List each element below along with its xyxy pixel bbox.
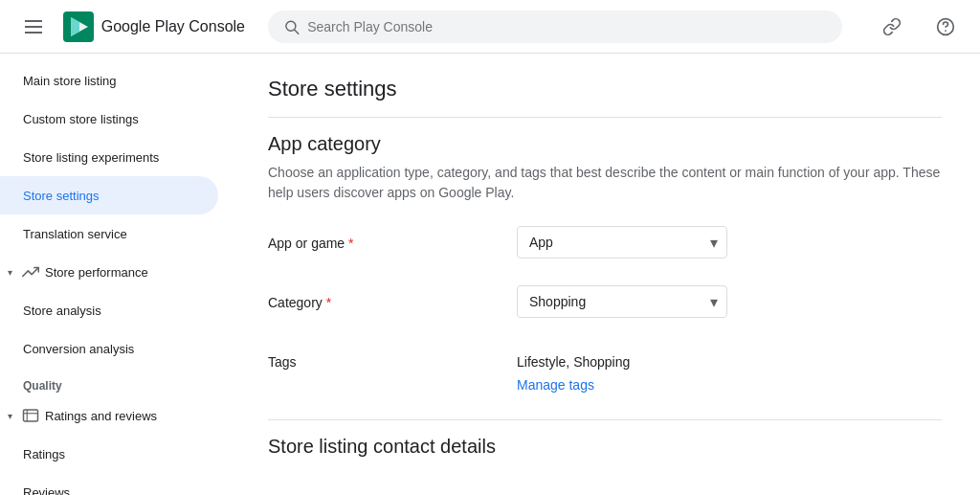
sidebar-item-reviews[interactable]: Reviews: [0, 473, 218, 495]
sidebar-item-store-settings[interactable]: Store settings: [0, 176, 218, 214]
link-icon: [882, 17, 902, 36]
hamburger-button[interactable]: [15, 8, 52, 46]
sidebar-item-ratings[interactable]: Ratings: [0, 435, 218, 473]
link-button[interactable]: [873, 8, 911, 46]
header: Google Play Console: [0, 0, 980, 54]
tags-value: Lifestyle, Shopping: [517, 345, 630, 370]
search-input[interactable]: [307, 19, 827, 34]
star-icon: [22, 407, 39, 424]
manage-tags-link[interactable]: Manage tags: [517, 377, 630, 393]
contact-details-title: Store listing contact details: [268, 436, 942, 458]
app-or-game-select-wrapper[interactable]: App Game ▾: [517, 226, 727, 259]
category-control: Shopping Lifestyle Finance Tools ▾: [517, 285, 727, 318]
help-icon: [936, 17, 955, 36]
store-performance-label: Store performance: [45, 265, 148, 280]
content-area: Store settings App category Choose an ap…: [230, 54, 980, 495]
app-title: Google Play Console: [101, 18, 245, 35]
tags-row: Tags Lifestyle, Shopping Manage tags: [268, 345, 942, 393]
category-select[interactable]: Shopping Lifestyle Finance Tools: [517, 285, 727, 318]
ratings-reviews-label: Ratings and reviews: [45, 409, 157, 423]
logo-container: Google Play Console: [63, 11, 245, 42]
category-select-wrapper[interactable]: Shopping Lifestyle Finance Tools ▾: [517, 285, 727, 318]
search-icon: [283, 18, 300, 35]
required-star-2: *: [326, 295, 331, 310]
sidebar-item-store-analysis[interactable]: Store analysis: [0, 291, 218, 329]
app-or-game-row: App or game * App Game ▾: [268, 226, 942, 259]
header-left: Google Play Console: [15, 8, 245, 46]
divider-1: [268, 117, 942, 118]
hamburger-icon: [21, 16, 46, 37]
sidebar-item-custom-store-listings[interactable]: Custom store listings: [0, 100, 218, 138]
category-label: Category *: [268, 285, 479, 310]
sidebar-item-main-store-listing[interactable]: Main store listing: [0, 61, 218, 100]
app-or-game-label: App or game *: [268, 226, 479, 251]
play-console-logo: [63, 11, 94, 42]
quality-section-label: Quality: [0, 368, 230, 396]
sidebar: Main store listing Custom store listings…: [0, 54, 230, 495]
chevron-down-icon-2: ▾: [8, 411, 12, 421]
divider-2: [268, 419, 942, 420]
app-or-game-select[interactable]: App Game: [517, 226, 727, 259]
main-layout: Main store listing Custom store listings…: [0, 54, 980, 495]
help-button[interactable]: [926, 8, 965, 46]
sidebar-item-store-performance[interactable]: ▾ Store performance: [0, 253, 218, 291]
tags-label: Tags: [268, 345, 479, 370]
search-bar[interactable]: [268, 11, 842, 43]
svg-line-4: [295, 30, 299, 34]
sidebar-item-store-listing-experiments[interactable]: Store listing experiments: [0, 138, 218, 176]
sidebar-item-ratings-and-reviews[interactable]: ▾ Ratings and reviews: [0, 396, 218, 435]
tags-control: Lifestyle, Shopping Manage tags: [517, 345, 630, 393]
app-category-title: App category: [268, 133, 942, 155]
chevron-down-icon: ▾: [8, 267, 12, 278]
required-star: *: [348, 236, 353, 251]
sidebar-item-translation-service[interactable]: Translation service: [0, 214, 218, 253]
header-actions: [873, 8, 965, 46]
svg-rect-7: [24, 410, 38, 421]
app-or-game-control: App Game ▾: [517, 226, 727, 259]
category-row: Category * Shopping Lifestyle Finance To…: [268, 285, 942, 318]
trending-up-icon: [22, 263, 39, 281]
svg-point-6: [945, 30, 947, 32]
app-category-description: Choose an application type, category, an…: [268, 163, 942, 203]
page-title: Store settings: [268, 77, 942, 101]
sidebar-item-conversion-analysis[interactable]: Conversion analysis: [0, 329, 218, 368]
